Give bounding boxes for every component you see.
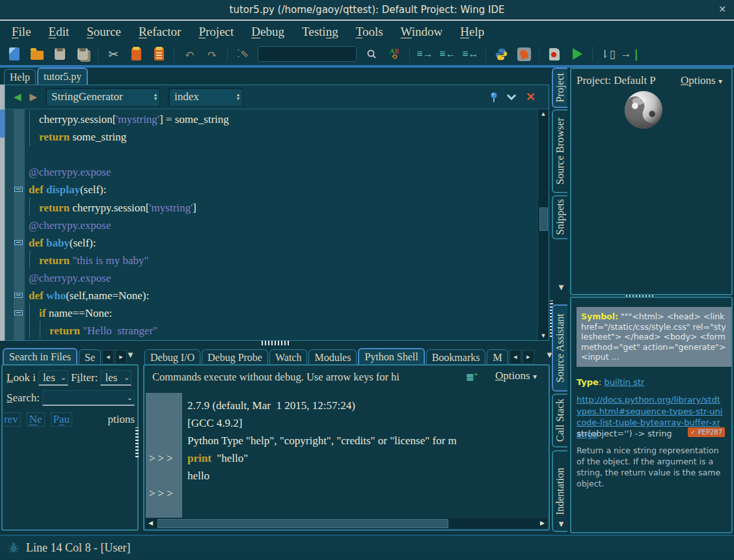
- tab-help[interactable]: Help: [4, 69, 36, 85]
- fold-marker-icon[interactable]: [14, 187, 23, 192]
- open-folder-icon[interactable]: [29, 46, 45, 62]
- tab-modules[interactable]: Modules: [308, 349, 357, 365]
- replace-icon[interactable]: AB ⟲: [387, 46, 402, 62]
- fold-marker-icon[interactable]: [14, 310, 23, 315]
- indent-match-icon[interactable]: ≡↔: [463, 46, 478, 62]
- shell-line[interactable]: 2.7.9 (default, Mar 1 2015, 12:57:24): [182, 397, 547, 414]
- editor-scrollbar-thumb[interactable]: [539, 207, 548, 231]
- tab-m[interactable]: M: [487, 349, 508, 365]
- pin-icon[interactable]: [489, 92, 498, 103]
- menu-window[interactable]: Window: [401, 25, 443, 39]
- code-line[interactable]: return "Hello stranger": [25, 322, 538, 340]
- tab-source-browser[interactable]: Source Browser: [552, 109, 567, 193]
- run-icon[interactable]: [569, 46, 585, 62]
- debug-attach-icon[interactable]: [516, 46, 532, 62]
- look-in-dropdown[interactable]: les ⌄: [38, 370, 68, 386]
- menu-debug[interactable]: Debug: [251, 25, 284, 39]
- shell-line[interactable]: Python Type "help", "copyright", "credit…: [182, 432, 547, 449]
- fold-marker-icon[interactable]: [14, 240, 23, 245]
- save-icon[interactable]: [52, 46, 68, 62]
- undo-icon[interactable]: ↶: [182, 46, 197, 62]
- step-into-icon[interactable]: →❘: [623, 46, 638, 62]
- tab-project[interactable]: Project: [552, 68, 567, 108]
- select-cursor-icon[interactable]: ⁚⇖: [235, 46, 251, 62]
- scroll-down-icon[interactable]: ▼: [538, 332, 549, 339]
- debug-file-icon[interactable]: [547, 46, 562, 62]
- tab-tutor5-py[interactable]: tutor5.py: [37, 68, 88, 85]
- scroll-left-icon[interactable]: ◀: [146, 518, 156, 528]
- symbol-dropdown[interactable]: index ▴▾: [169, 88, 243, 107]
- chevron-down-icon[interactable]: [506, 94, 517, 100]
- tab-bookmarks[interactable]: Bookmarks: [426, 349, 486, 365]
- save-all-icon[interactable]: [75, 46, 90, 62]
- shell-scrollbar-thumb[interactable]: [157, 519, 448, 528]
- tab-python-shell[interactable]: Python Shell: [358, 348, 424, 365]
- panel-collapse-chevron-icon[interactable]: ▼: [557, 519, 565, 529]
- code-area[interactable]: cherrypy.session['mystring'] = some_stri…: [25, 109, 538, 340]
- code-line[interactable]: def baby(self):: [25, 234, 538, 252]
- menu-testing[interactable]: Testing: [302, 25, 338, 39]
- run-to-cursor-icon[interactable]: ⇂▯: [600, 46, 616, 62]
- tab-debug-probe[interactable]: Debug Probe: [202, 349, 268, 365]
- python-shell-icon[interactable]: [493, 46, 509, 62]
- toolbar-search-input[interactable]: [258, 46, 357, 62]
- window-close-icon[interactable]: ✕: [718, 4, 726, 15]
- tab-se[interactable]: Se: [79, 349, 101, 365]
- shell-line[interactable]: [GCC 4.9.2]: [182, 414, 547, 432]
- type-link[interactable]: builtin str: [604, 377, 644, 387]
- indent-right-icon[interactable]: ≡→: [417, 46, 433, 62]
- tab-scroll-right-icon[interactable]: ▸: [523, 350, 534, 364]
- code-line[interactable]: @cherrypy.expose: [25, 269, 538, 287]
- indent-left-icon[interactable]: ≡←: [440, 46, 455, 62]
- code-line[interactable]: if name==None:: [25, 304, 538, 322]
- tab-scroll-left-icon[interactable]: ◂: [102, 350, 114, 364]
- editor-vertical-scrollbar[interactable]: ▲ ▼: [537, 109, 549, 340]
- horizontal-splitter-handle[interactable]: [262, 341, 290, 345]
- panel-menu-chevron-icon[interactable]: ▼: [126, 350, 135, 360]
- panel-collapse-chevron-icon[interactable]: ▼: [557, 282, 565, 293]
- tab-scroll-right-icon[interactable]: ▸: [115, 350, 127, 364]
- code-line[interactable]: [25, 146, 538, 163]
- button-rev[interactable]: rev: [1, 412, 21, 427]
- nav-back-icon[interactable]: ◀: [14, 91, 21, 103]
- close-editor-icon[interactable]: ✕: [526, 90, 536, 104]
- nav-forward-icon[interactable]: ▶: [30, 91, 38, 103]
- menu-project[interactable]: Project: [198, 25, 234, 39]
- paste-icon[interactable]: [151, 46, 167, 62]
- tab-scroll-left-icon[interactable]: ◂: [510, 350, 521, 364]
- new-file-icon[interactable]: [7, 46, 22, 62]
- search-icon[interactable]: [364, 46, 379, 62]
- filter-dropdown[interactable]: les ⌄: [100, 370, 131, 386]
- code-line[interactable]: return cherrypy.session['mystring']: [25, 199, 538, 217]
- shell-output-area[interactable]: 2.7.9 (default, Mar 1 2015, 12:57:24)[GC…: [182, 393, 547, 518]
- code-line[interactable]: cherrypy.session['mystring'] = some_stri…: [25, 111, 538, 128]
- menu-source[interactable]: Source: [87, 25, 121, 39]
- code-line[interactable]: def display(self):: [25, 181, 538, 198]
- menu-refactor[interactable]: Refactor: [139, 25, 181, 39]
- code-line[interactable]: def who(self,name=None):: [25, 287, 538, 304]
- menu-file[interactable]: File: [12, 25, 31, 39]
- redo-icon[interactable]: ↷: [204, 46, 220, 62]
- scroll-up-icon[interactable]: ▲: [538, 111, 549, 117]
- fold-marker-icon[interactable]: [14, 293, 23, 298]
- shell-options-menu[interactable]: Options ▾: [495, 369, 537, 382]
- class-dropdown[interactable]: StringGenerator ▴▾: [46, 88, 160, 107]
- code-line[interactable]: return some_string: [25, 128, 538, 146]
- tab-search-in-files[interactable]: Search in Files: [3, 348, 77, 365]
- editor-left-scrollbar-thumb[interactable]: [0, 109, 5, 138]
- shell-line[interactable]: print "hello": [182, 449, 547, 467]
- shell-line[interactable]: [182, 485, 547, 502]
- history-menu-icon[interactable]: ≣+: [466, 371, 478, 383]
- code-line[interactable]: return "this is my baby": [25, 252, 538, 269]
- search-dropdown[interactable]: ⌄: [42, 390, 135, 406]
- menu-edit[interactable]: Edit: [49, 25, 70, 39]
- code-line[interactable]: @cherrypy.expose: [25, 163, 538, 181]
- copy-icon[interactable]: [128, 46, 144, 62]
- button-ne[interactable]: Ne: [27, 412, 45, 427]
- tab-call-stack[interactable]: Call Stack: [552, 393, 567, 447]
- cut-icon[interactable]: ✂: [105, 46, 121, 62]
- scroll-right-icon[interactable]: ▶: [537, 518, 547, 528]
- project-options-menu[interactable]: Options ▾: [681, 74, 722, 87]
- tab-watch[interactable]: Watch: [269, 349, 307, 365]
- menu-help[interactable]: Help: [460, 25, 484, 39]
